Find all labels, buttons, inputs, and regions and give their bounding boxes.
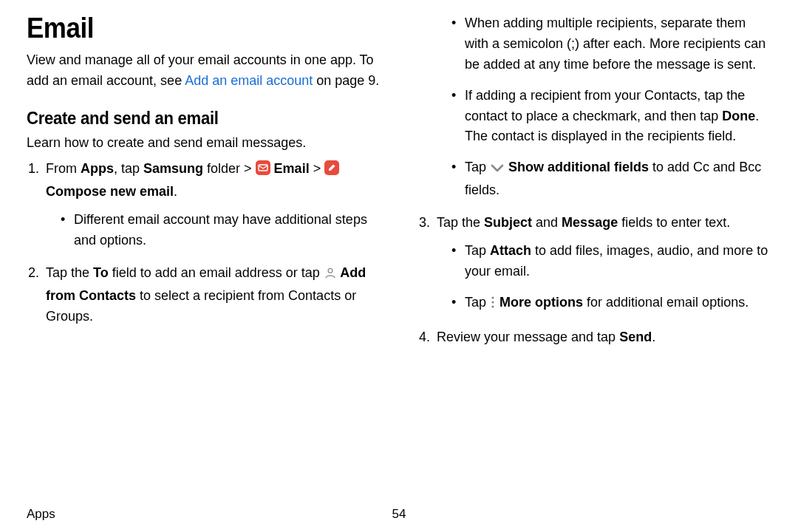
section-lead: Learn how to create and send email messa…: [27, 133, 381, 154]
intro-post: on page 9.: [313, 73, 379, 88]
manual-page: Email View and manage all of your email …: [0, 0, 798, 532]
label-to: To: [93, 265, 109, 280]
contact-icon: [324, 265, 337, 286]
label-compose: Compose new email: [46, 184, 174, 199]
more-options-icon: [490, 295, 496, 316]
step3-sublist: Tap Attach to add files, images, audio, …: [437, 241, 771, 316]
label-show-additional: Show additional fields: [505, 160, 649, 174]
intro-paragraph: View and manage all of your email accoun…: [27, 50, 381, 92]
label-attach: Attach: [490, 243, 531, 258]
label-message: Message: [562, 215, 618, 230]
step1-bullet1: Different email account may have additio…: [61, 210, 381, 251]
label-done: Done: [722, 109, 755, 123]
chevron-down-icon: [490, 160, 505, 180]
step1-sublist: Different email account may have additio…: [46, 210, 381, 251]
step-4: Review your message and tap Send.: [434, 327, 771, 348]
svg-point-4: [491, 296, 494, 299]
section-heading: Create and send an email: [27, 108, 352, 129]
text-columns: Email View and manage all of your email …: [27, 13, 771, 348]
svg-point-3: [328, 268, 332, 273]
svg-point-5: [491, 301, 494, 303]
email-icon: [256, 160, 270, 182]
label-subject: Subject: [484, 215, 532, 230]
label-samsung: Samsung: [143, 161, 203, 176]
label-send: Send: [619, 330, 652, 344]
compose-icon: [324, 160, 339, 182]
add-email-account-link[interactable]: Add an email account: [185, 73, 313, 88]
step-1: From Apps, tap Samsung folder > Email > …: [43, 159, 381, 251]
step2-bullet2: If adding a recipient from your Contacts…: [451, 86, 771, 148]
label-more-options: More options: [496, 295, 583, 310]
step2-bullet1: When adding multiple recipients, separat…: [451, 13, 771, 75]
step-3: Tap the Subject and Message fields to en…: [434, 213, 771, 316]
step3-bullet1: Tap Attach to add files, images, audio, …: [451, 241, 771, 282]
step2-sublist: When adding multiple recipients, separat…: [437, 13, 771, 201]
label-email: Email: [270, 161, 310, 176]
label-apps: Apps: [81, 161, 114, 176]
page-title: Email: [27, 13, 352, 44]
footer-section: Apps: [27, 507, 55, 521]
svg-rect-0: [256, 160, 270, 175]
footer-page-number: 54: [392, 507, 406, 522]
svg-point-6: [491, 305, 494, 307]
page-footer: Apps 54: [27, 507, 771, 522]
step2-bullet3: Tap Show additional fields to add Cc and…: [451, 157, 771, 201]
step3-bullet2: Tap More options for additional email op…: [451, 293, 771, 316]
